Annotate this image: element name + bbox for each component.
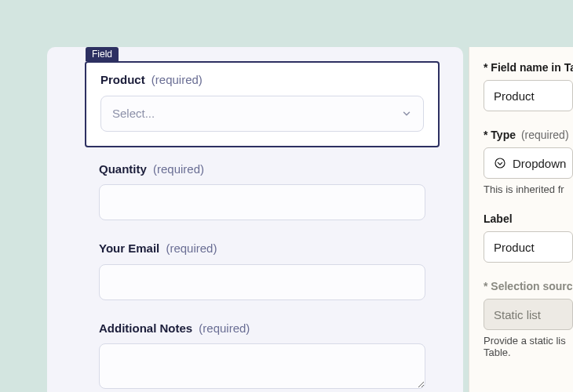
sb-type-helper: This is inherited fr [484, 183, 573, 195]
email-input[interactable] [99, 264, 425, 300]
sb-type-select[interactable]: Dropdown [484, 147, 573, 179]
sb-selection-helper: Provide a static lis Table. [484, 335, 573, 358]
field-label: Quantity [99, 162, 147, 176]
properties-sidebar: * Field name in Ta Product * Type (requi… [469, 47, 573, 392]
field-label: Additional Notes [99, 321, 192, 335]
form-canvas: Field Product (required) Select... Quant… [47, 47, 463, 392]
required-marker: (required) [151, 73, 203, 86]
product-select[interactable]: Select... [100, 96, 424, 132]
field-quantity[interactable]: Quantity (required) [85, 162, 440, 221]
chevron-down-icon [401, 108, 412, 119]
field-email[interactable]: Your Email (required) [85, 241, 440, 300]
quantity-input[interactable] [99, 184, 425, 220]
sb-selection-source-label: * Selection sourc [484, 280, 573, 292]
sb-field-name-input[interactable]: Product [484, 80, 573, 111]
field-tag: Field [86, 47, 119, 61]
field-notes[interactable]: Additional Notes (required) [85, 321, 440, 393]
field-label: Your Email [99, 241, 159, 255]
required-marker: (required) [153, 162, 204, 176]
required-marker: (required) [166, 241, 217, 255]
sb-label-label: Label [484, 212, 573, 225]
notes-textarea[interactable] [99, 343, 425, 389]
sb-field-name-label: * Field name in Ta [484, 61, 573, 74]
field-product[interactable]: Field Product (required) Select... [85, 61, 440, 147]
svg-point-0 [495, 158, 505, 168]
dropdown-type-icon [494, 157, 506, 169]
field-label-row: Product (required) [100, 72, 424, 88]
sb-selection-source-input: Static list [484, 299, 573, 330]
field-label: Product [100, 73, 145, 86]
field-label-row: Your Email (required) [99, 241, 425, 256]
required-marker: (required) [199, 321, 250, 335]
field-label-row: Quantity (required) [99, 162, 425, 177]
sb-label-input[interactable]: Product [484, 231, 573, 263]
sb-type-label: * Type (required) [484, 129, 573, 141]
select-placeholder: Select... [112, 107, 155, 120]
field-label-row: Additional Notes (required) [99, 321, 425, 336]
